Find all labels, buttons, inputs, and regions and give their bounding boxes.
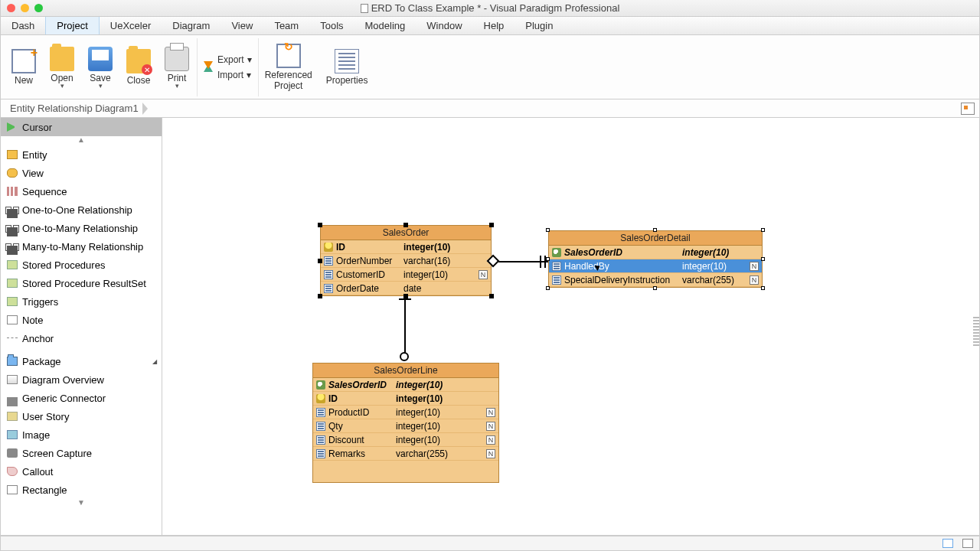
column-icon [552,262,561,271]
tool-palette: Cursor ▲ Entity View Sequence One-to-One… [0,118,162,536]
palette-entity[interactable]: Entity [1,145,162,164]
palette-image[interactable]: Image [1,425,162,444]
palette-rectangle[interactable]: Rectangle [1,481,162,499]
breadcrumb-segment[interactable]: Entity Relationship Diagram1 [5,101,148,116]
menu-team[interactable]: Team [263,17,309,34]
menu-diagram[interactable]: Diagram [162,17,220,34]
relationship-end-bar [399,298,411,300]
palette-one-to-many[interactable]: One-to-Many Relationship [1,219,162,237]
entity-title: SalesOrderDetail [549,231,762,246]
menu-help[interactable]: Help [473,17,515,34]
palette-package[interactable]: Package [1,352,162,370]
palette-stored-proc-resultset[interactable]: Stored Procedure ResultSet [1,274,162,292]
palette-many-to-many[interactable]: Many-to-Many Relationship [1,237,162,256]
pk-icon [316,394,325,403]
column-icon [316,422,325,431]
entity-title: SalesOrderLine [313,364,498,378]
palette-generic-connector[interactable]: Generic Connector [1,389,162,407]
palette-callout[interactable]: Callout [1,462,162,481]
fk-icon [552,248,561,257]
menu-plugin[interactable]: Plugin [514,17,564,34]
menu-project[interactable]: Project [45,17,99,34]
palette-scroll-down[interactable]: ▼ [1,499,162,508]
open-button[interactable]: Open▾ [44,38,80,96]
selected-column-row[interactable]: HandledByinteger(10)N [549,259,762,273]
column-icon [552,276,561,285]
breadcrumb: Entity Relationship Diagram1 [0,99,980,118]
export-import-group: Export ▾ Import ▾ [197,38,256,96]
diagram-canvas[interactable]: SalesOrder IDinteger(10) OrderNumbervarc… [162,118,980,536]
column-icon [324,270,333,279]
entity-salesorderdetail[interactable]: SalesOrderDetail SalesOrderIDinteger(10)… [548,230,763,288]
import-button[interactable]: Import ▾ [202,69,252,81]
palette-user-story[interactable]: User Story [1,407,162,425]
referenced-project-button[interactable]: ReferencedProject [258,38,318,96]
properties-button[interactable]: Properties [320,38,374,96]
entity-salesorderline[interactable]: SalesOrderLine SalesOrderIDinteger(10) I… [312,363,499,483]
relationship-end-bar [540,256,541,268]
menu-uexceler[interactable]: UeXceler [100,17,162,34]
column-icon [316,449,325,458]
palette-view[interactable]: View [1,164,162,182]
new-button[interactable]: New [5,38,42,96]
relationship-end-bar [544,256,546,268]
palette-sequence[interactable]: Sequence [1,182,162,201]
menu-tools[interactable]: Tools [309,17,354,34]
fk-icon [316,380,325,390]
palette-screen-capture[interactable]: Screen Capture [1,444,162,462]
close-button[interactable]: Close [120,38,157,96]
diagram-navigator-icon[interactable] [961,103,975,115]
save-button[interactable]: Save▾ [82,38,119,96]
vertical-scrollbar[interactable] [973,317,979,347]
menu-bar: Dash Project UeXceler Diagram View Team … [0,17,980,35]
titlebar: ERD To Class Example * - Visual Paradigm… [0,0,980,17]
window-title: ERD To Class Example * - Visual Paradigm… [1,2,979,14]
palette-scroll-up[interactable]: ▲ [1,136,162,145]
palette-note[interactable]: Note [1,311,162,329]
column-icon [316,435,325,445]
palette-diagram-overview[interactable]: Diagram Overview [1,370,162,389]
palette-stored-procedures[interactable]: Stored Procedures [1,256,162,274]
pk-icon [324,243,333,252]
menu-modeling[interactable]: Modeling [354,17,416,34]
status-bar [0,536,980,551]
menu-view[interactable]: View [220,17,263,34]
column-icon [316,408,325,417]
status-note-icon[interactable] [962,539,973,548]
palette-one-to-one[interactable]: One-to-One Relationship [1,201,162,219]
entity-title: SalesOrder [321,226,491,240]
ribbon: New Open▾ Save▾ Close Print▾ Export ▾ Im… [0,35,980,99]
relationship-crow-icon [400,352,409,361]
menu-window[interactable]: Window [416,17,472,34]
print-button[interactable]: Print▾ [158,38,195,96]
palette-triggers[interactable]: Triggers [1,292,162,311]
palette-cursor[interactable]: Cursor [1,118,162,136]
column-icon [324,256,333,266]
relationship-line[interactable] [404,298,406,358]
menu-dash[interactable]: Dash [1,17,45,34]
entity-salesorder[interactable]: SalesOrder IDinteger(10) OrderNumbervarc… [320,225,492,296]
palette-anchor[interactable]: Anchor [1,329,162,347]
column-icon [324,284,333,293]
status-message-icon[interactable] [942,539,953,548]
